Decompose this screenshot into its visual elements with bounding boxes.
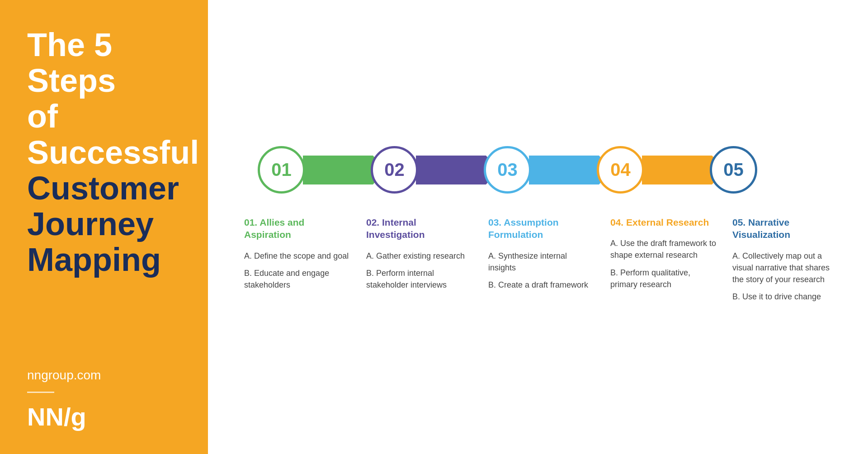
step-circle-01: 01: [258, 146, 305, 194]
arrow-03-04: [529, 156, 599, 184]
sidebar: The 5 Stepsof SuccessfulCustomerJourneyM…: [0, 0, 208, 454]
step-02-item-b: B. Perform internal stakeholder intervie…: [366, 267, 475, 291]
step-01-item-a: A. Define the scope and goal: [244, 250, 353, 262]
title-highlight: The 5 Stepsof Successful: [27, 27, 199, 170]
sidebar-divider: [27, 392, 54, 393]
step-02-title: 02. Internal Investigation: [366, 216, 475, 241]
step-block-04: 04. External Research A. Use the draft f…: [604, 216, 726, 296]
step-05-item-a: A. Collectively map out a visual narrati…: [732, 250, 841, 285]
arrows-row: 01 02 03 04 05: [244, 146, 841, 194]
step-04-item-b: B. Perform qualitative, primary research: [610, 267, 719, 290]
step-04-item-a: A. Use the draft framework to shape exte…: [610, 237, 719, 261]
sidebar-title: The 5 Stepsof SuccessfulCustomerJourneyM…: [27, 27, 185, 278]
sidebar-logo: NN/g: [27, 402, 185, 431]
step-block-02: 02. Internal Investigation A. Gather exi…: [359, 216, 481, 296]
sidebar-url: nngroup.com: [27, 368, 185, 383]
step-circle-03: 03: [484, 146, 531, 194]
step-circle-04: 04: [597, 146, 644, 194]
step-01-item-b: B. Educate and engage stakeholders: [244, 267, 353, 291]
step-circle-02: 02: [371, 146, 418, 194]
sidebar-title-block: The 5 Stepsof SuccessfulCustomerJourneyM…: [27, 27, 185, 278]
main-content: 01 02 03 04 05 01. Allies and Aspiration: [208, 0, 868, 454]
sidebar-bottom: nngroup.com NN/g: [27, 368, 185, 431]
step-05-item-b: B. Use it to drive change: [732, 291, 841, 303]
step-block-01: 01. Allies and Aspiration A. Define the …: [244, 216, 359, 296]
arrow-04-05: [642, 156, 712, 184]
step-circle-05: 05: [710, 146, 757, 194]
step-04-title: 04. External Research: [610, 216, 719, 228]
step-02-item-a: A. Gather existing research: [366, 250, 475, 262]
step-01-title: 01. Allies and Aspiration: [244, 216, 353, 241]
arrow-01-02: [303, 156, 373, 184]
arrow-02-03: [416, 156, 486, 184]
step-05-title: 05. Narrative Visualization: [732, 216, 841, 241]
step-03-item-a: A. Synthesize internal insights: [488, 250, 597, 274]
step-03-title: 03. Assumption Formulation: [488, 216, 597, 241]
steps-descriptions: 01. Allies and Aspiration A. Define the …: [244, 216, 841, 308]
step-block-05: 05. Narrative Visualization A. Collectiv…: [726, 216, 841, 308]
step-03-item-b: B. Create a draft framework: [488, 279, 597, 291]
step-block-03: 03. Assumption Formulation A. Synthesize…: [481, 216, 604, 296]
